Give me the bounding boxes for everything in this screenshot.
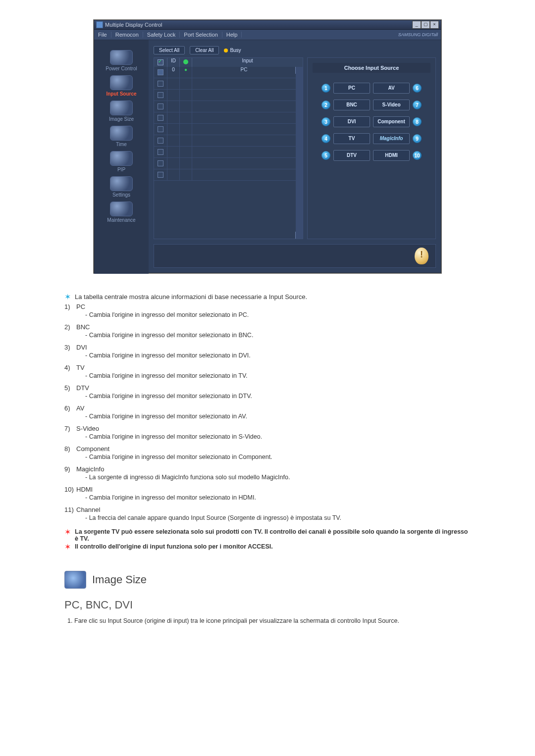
menu-remocon[interactable]: Remocon xyxy=(111,32,143,38)
menu-file[interactable]: File xyxy=(94,32,111,38)
list-item: 4)TV- Cambia l'origine in ingresso del m… xyxy=(64,364,471,379)
list-item: 6)AV- Cambia l'origine in ingresso del m… xyxy=(64,404,471,420)
scroll-up[interactable] xyxy=(295,67,302,74)
callout-2: 2 xyxy=(321,101,330,109)
maintenance-icon xyxy=(110,202,133,216)
row-checkbox[interactable] xyxy=(158,126,163,132)
list-item: 7)S-Video- Cambia l'origine in ingresso … xyxy=(64,425,471,440)
table-row[interactable] xyxy=(154,112,296,124)
clear-all-button[interactable]: Clear All xyxy=(190,46,219,54)
row-id: 0 xyxy=(167,67,180,78)
source-dtv-button[interactable]: DTV xyxy=(333,150,370,161)
input-source-panel: Choose Input Source 1 PC AV 6 2 BNC S-Vi… xyxy=(307,57,436,239)
time-icon xyxy=(110,126,133,141)
col-input: Input xyxy=(192,58,303,67)
list-item: 2)BNC- Cambia l'origine in ingresso del … xyxy=(64,323,471,339)
sidebar-item-label: Image Size xyxy=(109,116,134,122)
warning-text: Il controllo dell'origine di input funzi… xyxy=(75,543,273,551)
close-button[interactable]: × xyxy=(430,21,439,29)
table-row[interactable] xyxy=(154,169,296,181)
sidebar: Power Control Input Source Image Size Ti… xyxy=(94,40,149,274)
table-row[interactable] xyxy=(154,158,296,169)
select-all-button[interactable]: Select All xyxy=(154,46,185,54)
col-id: ID xyxy=(167,58,180,67)
row-status-icon: ● xyxy=(184,67,187,72)
source-tv-button[interactable]: TV xyxy=(333,133,370,144)
row-checkbox[interactable] xyxy=(158,115,163,121)
row-checkbox[interactable] xyxy=(158,160,163,166)
sidebar-item-label: Input Source xyxy=(106,91,136,97)
source-pc-button[interactable]: PC xyxy=(333,83,370,94)
table-row[interactable] xyxy=(154,124,296,135)
sidebar-item-image-size[interactable]: Image Size xyxy=(99,101,144,122)
row-checkbox[interactable] xyxy=(158,149,163,155)
warning-text: La sorgente TV può essere selezionata so… xyxy=(75,528,471,542)
brand-label: SAMSUNG DIGITall xyxy=(398,32,441,37)
section-title: Image Size xyxy=(92,573,147,586)
sidebar-item-label: Power Control xyxy=(106,66,137,71)
grid-header: ID Input xyxy=(154,58,303,67)
grid-rows: 0 ● PC xyxy=(154,67,303,239)
list-item: 3)DVI- Cambia l'origine in ingresso del … xyxy=(64,344,471,359)
maximize-button[interactable]: ▢ xyxy=(421,21,430,29)
source-magicinfo-button[interactable]: MagicInfo xyxy=(373,133,410,144)
table-row[interactable] xyxy=(154,90,296,101)
callout-9: 9 xyxy=(413,134,422,143)
sidebar-item-power-control[interactable]: Power Control xyxy=(99,50,144,71)
image-size-section-icon xyxy=(64,571,86,589)
status-icon xyxy=(183,59,188,64)
list-item: 10)HDMI- Cambia l'origine in ingresso de… xyxy=(64,486,471,501)
table-row[interactable]: 0 ● PC xyxy=(154,67,296,78)
row-input: PC xyxy=(192,67,296,78)
table-row[interactable] xyxy=(154,78,296,90)
menu-port-selection[interactable]: Port Selection xyxy=(180,32,222,38)
minimize-button[interactable]: _ xyxy=(412,21,421,29)
callout-6: 6 xyxy=(413,84,422,93)
table-row[interactable] xyxy=(154,147,296,158)
menubar: File Remocon Safety Lock Port Selection … xyxy=(94,30,441,40)
menu-help[interactable]: Help xyxy=(222,32,242,38)
row-checkbox[interactable] xyxy=(158,103,163,109)
source-av-button[interactable]: AV xyxy=(373,83,410,94)
row-checkbox[interactable] xyxy=(158,69,163,75)
source-svideo-button[interactable]: S-Video xyxy=(373,100,410,110)
source-hdmi-button[interactable]: HDMI xyxy=(373,150,410,161)
star-icon: ✶ xyxy=(64,293,71,301)
row-checkbox[interactable] xyxy=(158,92,163,98)
menu-safety-lock[interactable]: Safety Lock xyxy=(143,32,180,38)
warning-icon xyxy=(415,248,428,264)
sidebar-item-settings[interactable]: Settings xyxy=(99,176,144,198)
row-checkbox[interactable] xyxy=(158,138,163,144)
pip-icon xyxy=(110,151,133,166)
subsection-title: PC, BNC, DVI xyxy=(64,599,471,611)
source-dvi-button[interactable]: DVI xyxy=(333,116,370,127)
busy-dot-icon xyxy=(224,49,228,52)
sidebar-item-pip[interactable]: PIP xyxy=(99,151,144,172)
table-row[interactable] xyxy=(154,101,296,112)
callout-3: 3 xyxy=(321,117,330,126)
definitions-list: 1)PC- Cambia l'origine in ingresso del m… xyxy=(64,303,471,521)
source-bnc-button[interactable]: BNC xyxy=(333,100,370,110)
list-item: 5)DTV- Cambia l'origine in ingresso del … xyxy=(64,384,471,400)
list-item: 8)Component- Cambia l'origine in ingress… xyxy=(64,445,471,460)
sidebar-item-label: PIP xyxy=(117,167,125,172)
header-checkbox[interactable] xyxy=(158,59,163,65)
sidebar-item-maintenance[interactable]: Maintenance xyxy=(99,202,144,223)
sidebar-item-input-source[interactable]: Input Source xyxy=(99,75,144,97)
sidebar-item-label: Maintenance xyxy=(107,217,135,223)
table-row[interactable] xyxy=(154,135,296,147)
app-window: Multiple Display Control _ ▢ × File Remo… xyxy=(94,20,441,273)
busy-label: Busy xyxy=(230,48,241,53)
callout-10: 10 xyxy=(413,151,422,160)
window-title: Multiple Display Control xyxy=(105,22,162,28)
row-checkbox[interactable] xyxy=(158,172,163,178)
scroll-down[interactable] xyxy=(295,232,302,239)
display-grid: ID Input 0 ● PC xyxy=(154,57,303,239)
titlebar: Multiple Display Control _ ▢ × xyxy=(94,20,441,30)
panel-title: Choose Input Source xyxy=(313,63,430,73)
row-checkbox[interactable] xyxy=(158,81,163,87)
sidebar-item-time[interactable]: Time xyxy=(99,126,144,147)
input-source-icon xyxy=(110,75,133,90)
source-component-button[interactable]: Component xyxy=(373,116,410,127)
image-size-icon xyxy=(110,101,133,115)
